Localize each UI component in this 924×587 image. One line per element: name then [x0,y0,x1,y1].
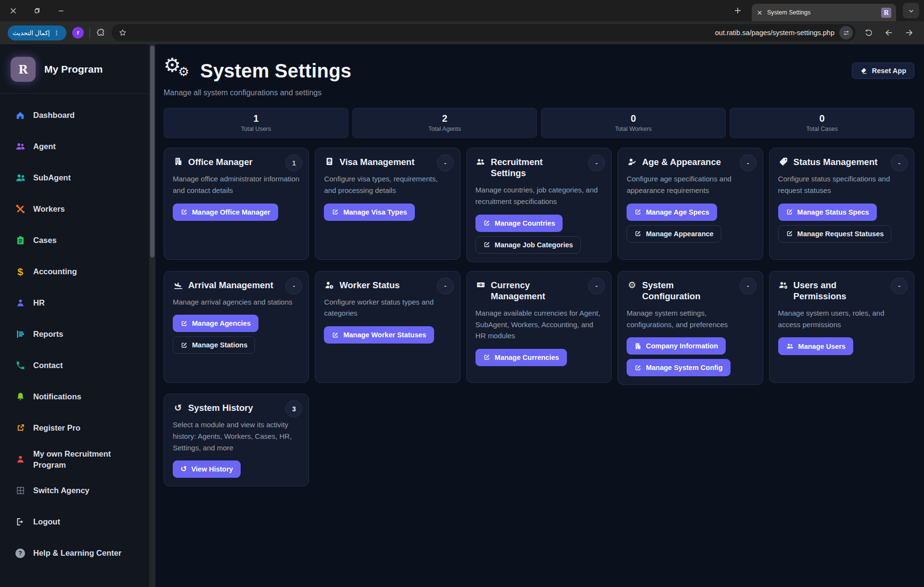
window-minimize-icon[interactable] [56,5,66,16]
manage-system-config-button[interactable]: Manage System Config [627,359,731,376]
sidebar-item-register-pro[interactable]: Register Pro [0,412,149,444]
users-group-icon [475,157,486,167]
site-settings-icon[interactable] [839,26,853,39]
logout-icon [14,517,26,527]
sidebar-item-accounting[interactable]: $ Accounting [0,256,149,287]
manage-appearance-button[interactable]: Manage Appearance [627,225,721,242]
manage-age-specs-button[interactable]: Manage Age Specs [627,204,717,221]
sidebar-item-dashboard[interactable]: Dashboard [0,100,149,131]
card-badge: - [740,154,757,171]
card-description: Configure visa types, requirements, and … [324,173,451,196]
users-gear-icon [778,280,789,291]
card-title: Worker Status [339,280,399,291]
sidebar-item-hr[interactable]: HR [0,287,149,319]
card-description: Select a module and view its activity hi… [173,419,300,453]
eraser-icon [860,67,868,75]
card-users-permissions: Users and Permissions - Manage system us… [769,271,914,383]
person-icon [14,454,26,464]
stat-total-workers: 0 Total Workers [541,108,726,138]
plane-arrival-icon [173,280,183,290]
card-description: Manage system users, roles, and access p… [778,307,905,330]
kebab-menu-icon [53,29,60,37]
card-badge: - [588,154,605,171]
page-scrollbar[interactable] [149,44,155,587]
manage-status-specs-button[interactable]: Manage Status Specs [778,204,877,221]
manage-countries-button[interactable]: Manage Countries [475,215,563,232]
edit-icon [483,241,490,248]
card-title: Arrival Management [188,280,273,291]
manage-visa-types-button[interactable]: Manage Visa Types [324,204,414,221]
extension-icon[interactable] [96,28,106,38]
sidebar-item-reports[interactable]: Reports [0,319,149,350]
card-badge: 3 [285,400,302,417]
card-description: Manage office administrator information … [173,173,300,196]
money-icon [475,280,486,290]
sidebar-item-cases[interactable]: Cases [0,225,149,256]
url-bar[interactable]: out.ratib.sa/pages/system-settings.php [112,24,856,41]
manage-users-button[interactable]: Manage Users [778,337,853,355]
app-shell: R My Program Dashboard Agent SubAgent Wo… [0,44,924,587]
sidebar-item-notifications[interactable]: Notifications [0,381,149,412]
window-restore-icon[interactable] [32,5,42,16]
manage-agencies-button[interactable]: Manage Agencies [173,315,258,332]
edit-icon [483,219,490,227]
sidebar: R My Program Dashboard Agent SubAgent Wo… [0,44,149,587]
page-title: System Settings [200,60,351,82]
reset-app-button[interactable]: Reset App [852,63,914,79]
window-controls [8,5,66,16]
manage-worker-statuses-button[interactable]: Manage Worker Statuses [324,326,434,344]
manage-request-statuses-button[interactable]: Manage Request Statuses [778,225,892,242]
bookmark-star-icon[interactable] [118,28,127,37]
profile-avatar[interactable]: r [72,27,84,38]
sidebar-item-help-learning-center[interactable]: ? Help & Learning Center [0,537,149,569]
sidebar-item-switch-agency[interactable]: Switch Agency [0,475,149,506]
manage-currencies-button[interactable]: Manage Currencies [475,349,567,366]
new-tab-button[interactable] [731,3,745,18]
back-icon[interactable] [882,26,896,40]
clipboard-icon [14,235,26,245]
sidebar-menu: Dashboard Agent SubAgent Workers Cases $ [0,94,149,569]
building-icon [634,343,642,350]
manage-job-categories-button[interactable]: Manage Job Categories [475,236,581,254]
sidebar-item-my-own-recruitment-program[interactable]: My own Recruitment Program [0,444,149,475]
edit-icon [483,354,490,361]
page-subtitle: Manage all system configurations and set… [164,89,351,97]
users-icon [786,342,794,350]
card-badge: - [437,278,454,294]
gears-icon: ⚙⚙ [164,57,193,85]
edit-icon [180,320,188,327]
card-title: Users and Permissions [794,280,882,302]
card-title: Visa Management [339,156,414,167]
url-text[interactable]: out.ratib.sa/pages/system-settings.php [132,29,834,37]
manage-stations-button[interactable]: Manage Stations [173,336,255,354]
forward-icon[interactable] [902,26,916,40]
person-check-icon [627,157,637,167]
sidebar-item-workers[interactable]: Workers [0,193,149,225]
sidebar-item-logout[interactable]: Logout [0,506,149,537]
reload-icon[interactable] [861,26,876,40]
sidebar-item-agent[interactable]: Agent [0,131,149,162]
browser-update-button[interactable]: إكمال التحديث [8,26,66,40]
browser-tab[interactable]: System Settings R [752,4,896,21]
window-close-icon[interactable] [8,5,18,16]
sidebar-item-contact[interactable]: Contact [0,350,149,381]
card-description: Configure age specifications and appeara… [627,173,754,196]
history-icon: ↺ [180,465,187,473]
card-description: Manage countries, job categories, and re… [475,184,603,207]
page-scrollbar-thumb[interactable] [150,46,154,257]
view-history-button[interactable]: ↺ View History [173,460,241,478]
tab-title: System Settings [767,9,877,16]
sidebar-item-subagent[interactable]: SubAgent [0,162,149,193]
card-title: Age & Appearance [642,156,721,167]
card-title: System Configuration [642,280,731,302]
tab-close-icon[interactable] [757,10,763,16]
tab-list-chevron-button[interactable] [903,3,919,18]
bar-chart-icon [14,329,26,339]
edit-icon [634,230,642,237]
company-information-button[interactable]: Company Information [627,337,726,355]
card-description: Manage arrival agencies and stations [173,296,300,308]
page-header: ⚙⚙ System Settings Manage all system con… [164,57,914,97]
card-description: Manage available currencies for Agent, S… [475,307,603,342]
manage-office-manager-button[interactable]: Manage Office Manager [173,204,278,221]
card-description: Manage system settings, configurations, … [627,307,754,330]
